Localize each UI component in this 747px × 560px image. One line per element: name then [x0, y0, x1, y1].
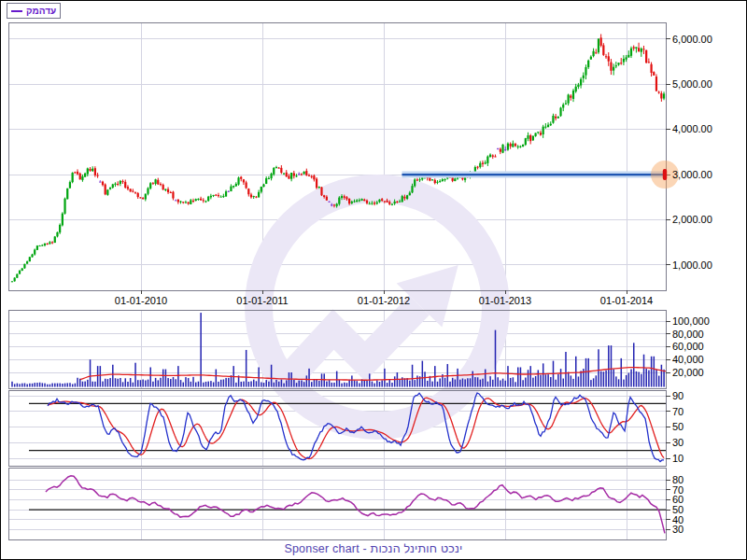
y-axis-tick-label: 4,000.00	[672, 123, 712, 134]
rsi-panel[interactable]	[8, 468, 666, 539]
x-axis-labels: 01-01-201001-01-201101-01-201201-01-2013…	[115, 295, 653, 306]
y-axis-tick-label: 80,000	[672, 329, 704, 340]
x-axis-tick-label: 01-01-2012	[358, 295, 410, 306]
y-axis-tick-label: 90	[672, 390, 684, 401]
volume-panel[interactable]	[8, 310, 666, 388]
stochastic-panel[interactable]	[8, 390, 666, 466]
x-axis-tick-label: 01-01-2010	[115, 295, 167, 306]
y-axis-tick-label: 3,000.00	[672, 169, 712, 180]
y-axis-tick-label: 2,000.00	[672, 214, 712, 225]
y-axis-tick-label: 60,000	[672, 341, 704, 352]
x-axis-tick-label: 01-01-2011	[236, 295, 288, 306]
y-axis-tick-label: 6,000.00	[672, 34, 712, 45]
y-axis-labels: 6,000.005,000.004,000.003,000.002,000.00…	[672, 34, 712, 536]
y-axis-tick-label: 100,000	[672, 315, 710, 327]
y-axis-tick-label: 70	[672, 406, 684, 417]
sponser-chart-window: 01-01-201001-01-201101-01-201201-01-2013…	[0, 0, 747, 560]
credit-text: Sponser chart - תוכנה לניתוח טכני	[1, 542, 746, 555]
x-axis-tick-label: 01-01-2014	[600, 295, 653, 306]
y-axis-tick-label: 50	[672, 421, 684, 432]
x-axis-tick-label: 01-01-2013	[479, 295, 531, 306]
price-panel[interactable]	[8, 22, 666, 290]
y-axis-tick-label: 30	[672, 524, 684, 535]
y-axis-tick-label: 10	[672, 453, 684, 464]
y-axis-tick-label: 30	[672, 437, 684, 448]
y-axis-tick-label: 40,000	[672, 354, 704, 365]
y-axis-tick-label: 5,000.00	[672, 78, 712, 90]
series-name: קמהדע	[26, 6, 56, 16]
y-axis-tick-label: 20,000	[672, 367, 704, 378]
y-axis-tick-label: 1,000.00	[672, 259, 712, 271]
series-line-swatch	[11, 10, 22, 12]
series-legend[interactable]: קמהדע	[7, 3, 61, 19]
